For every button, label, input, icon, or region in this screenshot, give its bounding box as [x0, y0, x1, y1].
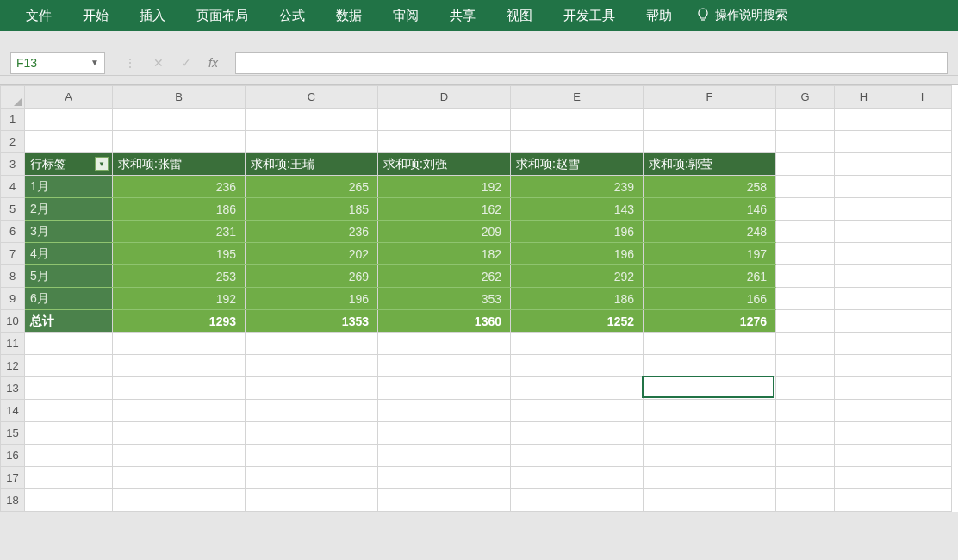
cell[interactable]: [25, 377, 113, 400]
cell[interactable]: [113, 445, 246, 467]
cell[interactable]: [644, 489, 776, 512]
cell[interactable]: [893, 176, 952, 198]
cell[interactable]: [835, 153, 893, 176]
pivot-row-label[interactable]: 5月: [25, 265, 113, 288]
cell[interactable]: [893, 131, 952, 153]
ribbon-tab-data[interactable]: 数据: [320, 0, 377, 31]
ribbon-tab-help[interactable]: 帮助: [631, 0, 687, 31]
ribbon-tab-file[interactable]: 文件: [10, 0, 67, 31]
cell[interactable]: [776, 265, 835, 288]
row-header[interactable]: 2: [1, 131, 25, 153]
pivot-value[interactable]: 261: [644, 265, 776, 288]
col-header-I[interactable]: I: [893, 86, 952, 109]
pivot-value[interactable]: 202: [246, 243, 378, 265]
row-header[interactable]: 3: [1, 153, 25, 176]
col-header-A[interactable]: A: [25, 86, 113, 109]
cell[interactable]: [511, 377, 644, 400]
row-header[interactable]: 7: [1, 243, 25, 265]
pivot-value[interactable]: 253: [113, 265, 246, 288]
cell[interactable]: [776, 400, 835, 422]
pivot-filter-button[interactable]: ▼: [95, 157, 109, 171]
pivot-value[interactable]: 262: [378, 265, 511, 288]
ribbon-tab-insert[interactable]: 插入: [124, 0, 181, 31]
cell[interactable]: [378, 467, 511, 489]
pivot-value[interactable]: 186: [113, 198, 246, 221]
cell[interactable]: [776, 422, 835, 445]
cell[interactable]: [644, 109, 776, 131]
pivot-value[interactable]: 196: [511, 221, 644, 243]
cell[interactable]: [644, 131, 776, 153]
pivot-value[interactable]: 192: [378, 176, 511, 198]
cell[interactable]: [378, 445, 511, 467]
cell[interactable]: [25, 355, 113, 377]
cell[interactable]: [776, 310, 835, 333]
cell[interactable]: [113, 489, 246, 512]
cell[interactable]: [246, 333, 378, 355]
cell[interactable]: [835, 422, 893, 445]
ribbon-tellme[interactable]: 操作说明搜索: [696, 8, 787, 24]
pivot-value[interactable]: 269: [246, 265, 378, 288]
cell[interactable]: [776, 153, 835, 176]
cell[interactable]: [835, 333, 893, 355]
row-header[interactable]: 14: [1, 400, 25, 422]
pivot-row-label[interactable]: 1月: [25, 176, 113, 198]
cell[interactable]: [776, 221, 835, 243]
cell[interactable]: [246, 355, 378, 377]
cell[interactable]: [644, 422, 776, 445]
cell[interactable]: [511, 467, 644, 489]
pivot-value[interactable]: 196: [246, 288, 378, 310]
cell[interactable]: [893, 377, 952, 400]
ribbon-tab-developer[interactable]: 开发工具: [548, 0, 631, 31]
cell[interactable]: [893, 243, 952, 265]
pivot-total-value[interactable]: 1353: [246, 310, 378, 333]
cell[interactable]: [511, 355, 644, 377]
cell[interactable]: [113, 467, 246, 489]
row-header[interactable]: 15: [1, 422, 25, 445]
cell[interactable]: [893, 109, 952, 131]
cell[interactable]: [511, 333, 644, 355]
cell[interactable]: [378, 400, 511, 422]
pivot-value[interactable]: 239: [511, 176, 644, 198]
cell[interactable]: [378, 333, 511, 355]
pivot-total-label[interactable]: 总计: [25, 310, 113, 333]
pivot-value[interactable]: 143: [511, 198, 644, 221]
cell[interactable]: [25, 109, 113, 131]
ribbon-tab-share[interactable]: 共享: [434, 0, 491, 31]
row-header[interactable]: 13: [1, 377, 25, 400]
row-header[interactable]: 10: [1, 310, 25, 333]
cell[interactable]: [835, 243, 893, 265]
cell[interactable]: [511, 422, 644, 445]
name-box[interactable]: F13 ▼: [10, 52, 105, 74]
pivot-row-label[interactable]: 6月: [25, 288, 113, 310]
cell[interactable]: [776, 333, 835, 355]
pivot-total-value[interactable]: 1276: [644, 310, 776, 333]
pivot-row-label[interactable]: 3月: [25, 221, 113, 243]
cell[interactable]: [246, 377, 378, 400]
pivot-value[interactable]: 196: [511, 243, 644, 265]
pivot-total-value[interactable]: 1293: [113, 310, 246, 333]
pivot-column-header[interactable]: 求和项:赵雪: [511, 153, 644, 176]
cell[interactable]: [511, 400, 644, 422]
cell[interactable]: [835, 265, 893, 288]
cell[interactable]: [835, 467, 893, 489]
pivot-value[interactable]: 236: [113, 176, 246, 198]
row-header[interactable]: 9: [1, 288, 25, 310]
col-header-H[interactable]: H: [835, 86, 893, 109]
row-header[interactable]: 11: [1, 333, 25, 355]
pivot-value[interactable]: 195: [113, 243, 246, 265]
ribbon-tab-formulas[interactable]: 公式: [264, 0, 320, 31]
pivot-value[interactable]: 166: [644, 288, 776, 310]
cell[interactable]: [644, 355, 776, 377]
cell[interactable]: [776, 288, 835, 310]
cell[interactable]: [25, 422, 113, 445]
pivot-value[interactable]: 353: [378, 288, 511, 310]
cell[interactable]: [835, 198, 893, 221]
cell[interactable]: [893, 467, 952, 489]
cell[interactable]: [644, 445, 776, 467]
fx-icon[interactable]: fx: [208, 56, 218, 70]
cell[interactable]: [246, 489, 378, 512]
cell[interactable]: [776, 176, 835, 198]
pivot-value[interactable]: 182: [378, 243, 511, 265]
col-header-E[interactable]: E: [511, 86, 644, 109]
cell[interactable]: [893, 310, 952, 333]
